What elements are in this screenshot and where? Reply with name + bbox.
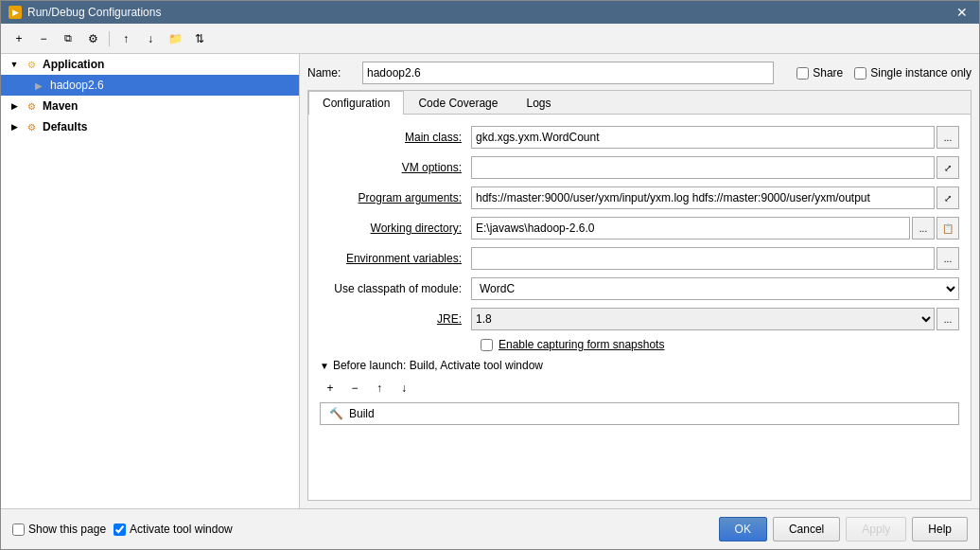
folder-button[interactable]: 📁 [165, 28, 185, 49]
hadoop-label: hadoop2.6 [50, 79, 104, 92]
working-dir-browse-button[interactable]: ... [912, 217, 935, 240]
working-dir-input[interactable] [471, 217, 910, 240]
tab-configuration-content: Main class: ... VM options: ⤢ [308, 115, 971, 500]
before-launch-arrow: ▼ [320, 361, 329, 371]
expand-arrow-defaults: ▶ [9, 121, 20, 133]
before-launch-header[interactable]: ▼ Before launch: Build, Activate tool wi… [320, 359, 959, 372]
env-vars-input[interactable] [471, 247, 935, 270]
classpath-label: Use classpath of module: [320, 282, 471, 295]
cancel-button[interactable]: Cancel [773, 517, 840, 541]
env-vars-row: Environment variables: ... [320, 247, 959, 270]
move-down-button[interactable]: ↓ [140, 28, 161, 49]
env-vars-browse-button[interactable]: ... [936, 247, 959, 270]
bottom-bar: Show this page Activate tool window OK C… [1, 508, 979, 549]
program-args-label: Program arguments: [320, 191, 471, 204]
before-launch-remove-button[interactable]: − [344, 378, 365, 399]
title-bar: ▶ Run/Debug Configurations ✕ [1, 1, 979, 24]
toolbar-separator [109, 31, 110, 46]
program-args-expand-button[interactable]: ⤢ [936, 186, 959, 209]
move-up-button[interactable]: ↑ [115, 28, 136, 49]
capture-snapshots-checkbox[interactable] [481, 339, 493, 351]
vm-options-expand-button[interactable]: ⤢ [936, 156, 959, 179]
help-button[interactable]: Help [912, 517, 968, 541]
capture-snapshots-label: Enable capturing form snapshots [481, 338, 664, 351]
main-class-input[interactable] [471, 126, 935, 149]
show-page-checkbox-row: Show this page [12, 523, 106, 536]
maven-icon: ⚙ [24, 98, 39, 114]
activate-tool-checkbox[interactable] [114, 523, 126, 536]
share-label: Share [813, 66, 843, 80]
tree-application[interactable]: ▼ ⚙ Application [1, 54, 299, 75]
working-dir-macro-button[interactable]: 📋 [936, 217, 959, 240]
build-icon: 🔨 [328, 407, 343, 420]
copy-button[interactable]: ⧉ [58, 28, 79, 49]
remove-button[interactable]: − [33, 28, 54, 49]
add-button[interactable]: + [9, 28, 29, 49]
application-icon: ⚙ [24, 57, 39, 72]
activate-tool-checkbox-row: Activate tool window [114, 523, 233, 536]
sort-button[interactable]: ⇅ [189, 28, 210, 49]
main-class-browse-button[interactable]: ... [936, 126, 959, 149]
before-launch-list: 🔨 Build [320, 402, 959, 425]
before-launch-add-button[interactable]: + [320, 378, 341, 399]
maven-label: Maven [43, 99, 78, 113]
main-class-label: Main class: [320, 131, 471, 144]
app-icon: ▶ [9, 6, 22, 19]
jre-input-group: 1.8 ... [471, 308, 959, 330]
config-button[interactable]: ⚙ [82, 28, 103, 49]
before-launch-title: Before launch: Build, Activate tool wind… [333, 359, 543, 372]
application-label: Application [43, 58, 104, 71]
vm-options-input[interactable] [471, 156, 935, 179]
build-label: Build [349, 407, 375, 420]
expand-arrow-maven: ▶ [9, 100, 20, 112]
name-input[interactable] [362, 62, 774, 84]
env-vars-input-group: ... [471, 247, 959, 270]
main-class-row: Main class: ... [320, 126, 959, 149]
working-dir-input-group: ... 📋 [471, 217, 959, 240]
left-panel: ▼ ⚙ Application ▶ hadoop2.6 ▶ ⚙ Maven ▶ … [1, 54, 300, 508]
tab-logs[interactable]: Logs [512, 91, 565, 115]
single-instance-label: Single instance only [870, 66, 971, 80]
show-page-checkbox[interactable] [12, 523, 25, 536]
close-button[interactable]: ✕ [953, 5, 971, 20]
program-args-input-group: ⤢ [471, 186, 959, 209]
tree-maven[interactable]: ▶ ⚙ Maven [1, 96, 299, 116]
jre-label: JRE: [320, 312, 471, 326]
before-launch-toolbar: + − ↑ ↓ [320, 378, 959, 399]
tabs-container: Configuration Code Coverage Logs Main cl… [307, 90, 971, 501]
jre-select[interactable]: 1.8 [471, 308, 935, 330]
tab-code-coverage[interactable]: Code Coverage [404, 91, 512, 115]
name-right-options: Share Single instance only [796, 66, 971, 80]
capture-snapshots-row: Enable capturing form snapshots [320, 338, 959, 351]
tree-defaults[interactable]: ▶ ⚙ Defaults [1, 116, 299, 137]
classpath-row: Use classpath of module: WordC [320, 277, 959, 300]
run-config-icon: ▶ [31, 78, 46, 93]
program-args-input[interactable] [471, 186, 935, 209]
before-launch-down-button[interactable]: ↓ [394, 378, 414, 399]
bottom-left: Show this page Activate tool window [12, 523, 233, 536]
working-dir-label: Working directory: [320, 222, 471, 235]
ok-button[interactable]: OK [719, 517, 767, 541]
vm-options-input-group: ⤢ [471, 156, 959, 179]
name-label: Name: [307, 66, 355, 80]
classpath-select-group: WordC [471, 277, 959, 300]
main-content: ▼ ⚙ Application ▶ hadoop2.6 ▶ ⚙ Maven ▶ … [1, 54, 979, 508]
apply-button[interactable]: Apply [846, 517, 906, 541]
toolbar: + − ⧉ ⚙ ↑ ↓ 📁 ⇅ [1, 24, 979, 54]
single-instance-checkbox-row: Single instance only [854, 66, 971, 80]
tab-configuration[interactable]: Configuration [308, 91, 404, 115]
jre-row: JRE: 1.8 ... [320, 308, 959, 330]
jre-browse-button[interactable]: ... [936, 308, 959, 330]
single-instance-checkbox[interactable] [854, 67, 866, 80]
tree-hadoop2-6[interactable]: ▶ hadoop2.6 [1, 75, 299, 96]
before-launch-up-button[interactable]: ↑ [369, 378, 390, 399]
vm-options-row: VM options: ⤢ [320, 156, 959, 179]
main-class-input-group: ... [471, 126, 959, 149]
dialog-title: Run/Debug Configurations [27, 6, 161, 19]
working-dir-row: Working directory: ... 📋 [320, 217, 959, 240]
classpath-select[interactable]: WordC [471, 277, 959, 300]
defaults-label: Defaults [43, 120, 87, 133]
share-checkbox-row: Share [796, 66, 843, 80]
bottom-right: OK Cancel Apply Help [719, 517, 968, 541]
share-checkbox[interactable] [796, 67, 809, 80]
